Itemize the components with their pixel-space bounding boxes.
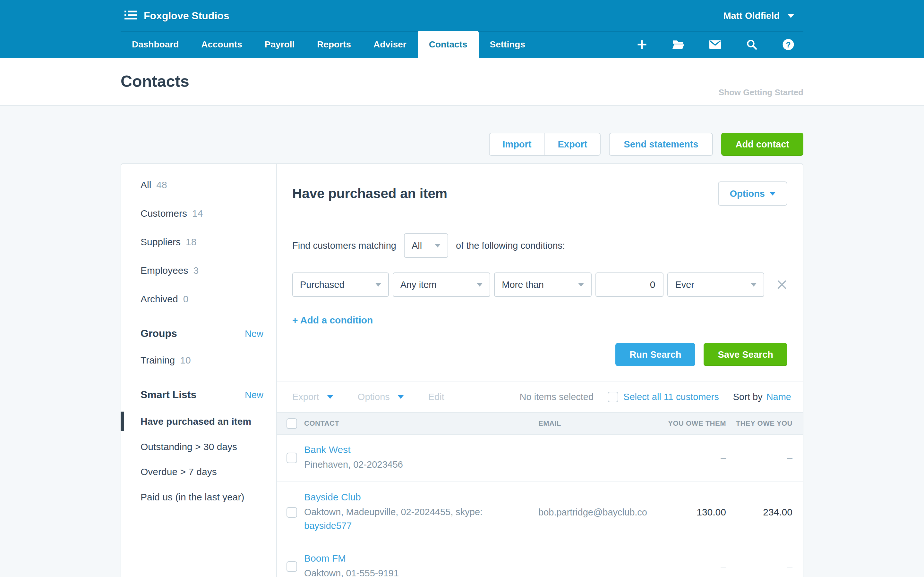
chevron-down-icon [787,14,795,18]
smart-list-main: Have purchased an item Options Find cust… [277,164,803,577]
mail-icon[interactable] [709,39,721,51]
you-owe-value: – [644,561,726,572]
brand-row: Foxglove Studios Matt Oldfield [121,0,803,31]
groups-header: Groups New [141,327,263,340]
user-menu[interactable]: Matt Oldfield [723,11,803,21]
chevron-down-icon [327,395,333,399]
groups-new-link[interactable]: New [245,329,263,339]
condition-period-select[interactable]: Ever [667,272,764,297]
condition-field-select[interactable]: Purchased [292,272,389,297]
contact-link[interactable]: Boom FM [304,553,538,564]
they-owe-value: – [726,561,792,572]
col-you-owe-them: YOU OWE THEM [644,419,726,428]
table-row: Bank West Pinehaven, 02-2023456 – – [277,435,803,482]
nav-adviser[interactable]: Adviser [362,31,418,58]
smart-lists-new-link[interactable]: New [245,390,263,400]
row-checkbox[interactable] [286,453,297,463]
col-contact: CONTACT [304,419,538,428]
sidebar-item-archived[interactable]: Archived 0 [141,293,263,305]
nav-reports[interactable]: Reports [306,31,362,58]
contacts-sidebar: All 48 Customers 14 Suppliers 18 Employe… [121,164,277,577]
org-name: Foxglove Studios [144,10,229,22]
run-search-button[interactable]: Run Search [615,343,695,366]
folder-icon[interactable] [672,39,685,51]
col-email: EMAIL [538,419,644,428]
sidebar-item-training[interactable]: Training 10 [141,355,263,366]
smart-list-paid-us[interactable]: Paid us (in the last year) [141,492,263,503]
remove-condition-icon[interactable] [776,279,787,290]
row-checkbox[interactable] [286,507,297,518]
nav-settings[interactable]: Settings [479,31,536,58]
condition-item-select[interactable]: Any item [393,272,491,297]
table-row: Boom FM Oaktown, 01-555-9191 – – [277,543,803,577]
search-builder: Have purchased an item Options Find cust… [277,164,803,366]
options-button[interactable]: Options [718,181,787,206]
col-they-owe-you: THEY OWE YOU [726,419,792,428]
add-contact-button[interactable]: Add contact [721,133,803,156]
contact-link[interactable]: Bayside Club [304,492,538,503]
smart-lists-header: Smart Lists New [141,389,263,401]
you-owe-value: – [644,453,726,464]
send-statements-button[interactable]: Send statements [609,133,713,156]
search-icon[interactable] [746,39,758,51]
header-checkbox[interactable] [286,418,297,429]
smart-list-have-purchased[interactable]: Have purchased an item [141,416,263,427]
match-prefix-label: Find customers matching [292,240,396,251]
org-switcher[interactable]: Foxglove Studios [124,10,229,22]
smart-list-overdue[interactable]: Overdue > 7 days [141,466,263,478]
import-export-group: Import Export [489,133,601,156]
sidebar-item-all[interactable]: All 48 [141,179,263,190]
they-owe-value: 234.00 [726,507,792,518]
page-actions: Import Export Send statements Add contac… [121,133,803,156]
chevron-down-icon [751,283,756,287]
table-header: CONTACT EMAIL YOU OWE THEM THEY OWE YOU [277,412,803,435]
chevron-down-icon [578,283,584,287]
chevron-down-icon [769,192,776,195]
match-select[interactable]: All [404,234,448,258]
nav-dashboard[interactable]: Dashboard [121,31,190,58]
import-button[interactable]: Import [489,133,544,155]
svg-text:?: ? [786,40,791,49]
chevron-down-icon [375,283,381,287]
contact-details: Pinehaven, 02-2023456 [304,458,538,472]
show-getting-started-link[interactable]: Show Getting Started [719,87,803,105]
they-owe-value: – [726,453,792,464]
nav-contacts[interactable]: Contacts [418,31,479,58]
add-condition-link[interactable]: + Add a condition [292,315,787,326]
results-toolbar: Export Options Edit No items selected Se… [277,381,803,412]
select-all-checkbox[interactable] [607,392,618,402]
contact-details: Oaktown, Madeupville, 02-2024455, skype:… [304,505,538,533]
results-options-menu[interactable]: Options [358,392,404,402]
row-checkbox[interactable] [286,561,297,572]
condition-amount-input[interactable]: 0 [596,272,664,297]
plus-icon[interactable] [636,39,648,51]
menu-list-icon [124,10,137,22]
nav-payroll[interactable]: Payroll [254,31,306,58]
results-export-menu[interactable]: Export [292,392,333,402]
contact-skype-link[interactable]: bayside577 [304,519,538,533]
sidebar-item-customers[interactable]: Customers 14 [141,208,263,219]
top-bar: Foxglove Studios Matt Oldfield Dashboard… [0,0,924,58]
help-icon[interactable]: ? [782,39,795,51]
page-title: Contacts [121,72,189,91]
select-all-control: Select all 11 customers [607,392,719,402]
user-name: Matt Oldfield [723,11,780,21]
contact-email: bob.partridge@bayclub.co [538,507,644,518]
condition-comparator-select[interactable]: More than [494,272,591,297]
select-all-link[interactable]: Select all 11 customers [624,392,719,402]
sort-control: Sort by Name [733,392,791,402]
save-search-button[interactable]: Save Search [704,343,787,366]
page-header: Contacts Show Getting Started [0,58,924,106]
results-edit-button[interactable]: Edit [428,392,444,402]
nav-accounts[interactable]: Accounts [190,31,254,58]
sidebar-item-employees[interactable]: Employees 3 [141,265,263,276]
chevron-down-icon [397,395,404,399]
contact-link[interactable]: Bank West [304,444,538,455]
export-button[interactable]: Export [544,133,600,155]
smart-list-title: Have purchased an item [292,186,447,201]
main-nav: Dashboard Accounts Payroll Reports Advis… [121,31,803,58]
smart-list-outstanding[interactable]: Outstanding > 30 days [141,442,263,453]
sort-by-name-link[interactable]: Name [766,392,791,402]
sidebar-item-suppliers[interactable]: Suppliers 18 [141,237,263,247]
selection-status: No items selected [520,392,594,402]
